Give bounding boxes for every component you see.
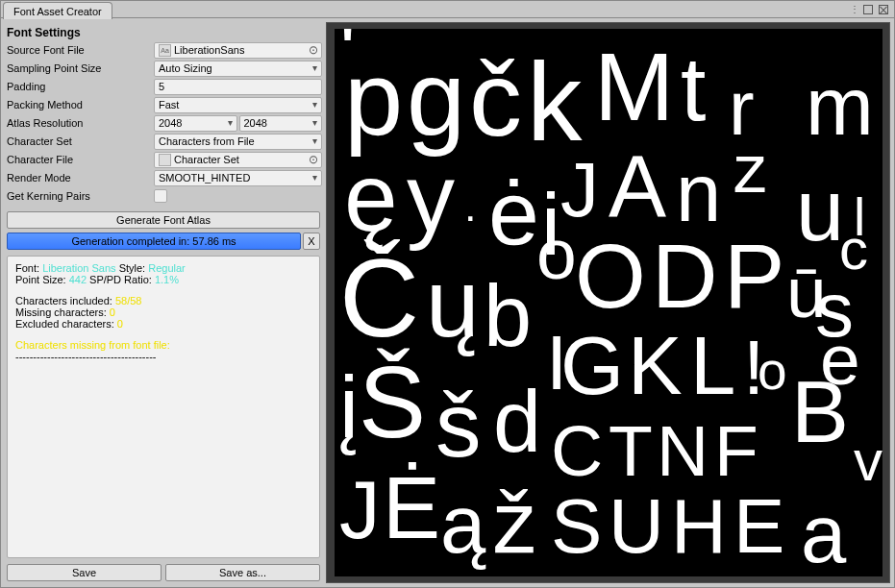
svg-text:N: N bbox=[657, 410, 709, 491]
save-as-button[interactable]: Save as... bbox=[165, 564, 320, 581]
svg-text:L: L bbox=[690, 320, 735, 411]
svg-text:y: y bbox=[407, 143, 455, 251]
packing-method-dropdown[interactable]: Fast bbox=[154, 97, 322, 113]
svg-text:B: B bbox=[791, 364, 849, 460]
character-file-value: Character Set bbox=[174, 154, 239, 165]
label-sampling-point-size: Sampling Point Size bbox=[5, 62, 154, 74]
generate-font-atlas-button[interactable]: Generate Font Atlas bbox=[7, 211, 320, 229]
label-source-font-file: Source Font File bbox=[5, 44, 154, 56]
svg-text:D: D bbox=[652, 225, 718, 327]
svg-text:b: b bbox=[484, 268, 532, 364]
svg-text:O: O bbox=[575, 225, 646, 327]
svg-text:T: T bbox=[609, 410, 653, 491]
font-asset-icon: Aa bbox=[159, 44, 171, 57]
label-padding: Padding bbox=[5, 81, 154, 92]
titlebar: Font Asset Creator ⋮ bbox=[1, 1, 894, 18]
context-menu-icon[interactable]: ⋮ bbox=[850, 4, 858, 14]
svg-text:U: U bbox=[609, 483, 664, 569]
svg-text:g: g bbox=[407, 38, 465, 157]
svg-text:M: M bbox=[594, 33, 674, 140]
svg-text:ž: ž bbox=[493, 475, 536, 571]
label-character-set: Character Set bbox=[5, 135, 154, 147]
get-kerning-checkbox[interactable] bbox=[154, 189, 167, 203]
font-atlas-preview: ' p g č k M t r m ę y . ė i J A n bbox=[326, 22, 890, 583]
svg-text:v: v bbox=[854, 429, 883, 493]
atlas-height-dropdown[interactable]: 2048 bbox=[239, 115, 323, 132]
svg-text:m: m bbox=[806, 61, 874, 152]
label-render-mode: Render Mode bbox=[5, 172, 154, 184]
svg-text:t: t bbox=[681, 37, 706, 139]
svg-text:P: P bbox=[724, 225, 784, 327]
svg-text:S: S bbox=[551, 483, 602, 569]
sampling-point-size-dropdown[interactable]: Auto Sizing bbox=[154, 61, 322, 77]
svg-text:ė: ė bbox=[488, 162, 539, 264]
svg-text:ą: ą bbox=[440, 478, 486, 570]
svg-text:J: J bbox=[339, 464, 381, 555]
svg-text:o: o bbox=[758, 341, 787, 401]
tab-font-asset-creator[interactable]: Font Asset Creator bbox=[3, 2, 112, 19]
progress-bar: Generation completed in: 57.86 ms bbox=[7, 233, 301, 250]
svg-text:p: p bbox=[344, 38, 403, 157]
svg-text:G: G bbox=[560, 320, 624, 411]
svg-text:F: F bbox=[714, 410, 758, 491]
popout-icon[interactable] bbox=[863, 5, 873, 14]
svg-text:ę: ę bbox=[344, 143, 398, 251]
svg-text:o: o bbox=[536, 213, 577, 294]
svg-text:E: E bbox=[733, 483, 784, 569]
section-title: Font Settings bbox=[5, 22, 322, 41]
svg-text:z: z bbox=[733, 132, 767, 207]
svg-text:Š: Š bbox=[359, 346, 426, 458]
label-packing-method: Packing Method bbox=[5, 99, 154, 110]
source-font-file-value: LiberationSans bbox=[174, 44, 244, 56]
padding-input[interactable]: 5 bbox=[154, 79, 322, 95]
close-icon[interactable] bbox=[879, 5, 888, 14]
cancel-generation-button[interactable]: X bbox=[303, 233, 320, 250]
svg-text:.: . bbox=[464, 182, 477, 231]
svg-text:a: a bbox=[801, 488, 847, 576]
source-font-file-field[interactable]: Aa LiberationSans bbox=[154, 42, 322, 59]
render-mode-dropdown[interactable]: SMOOTH_HINTED bbox=[154, 170, 322, 186]
svg-text:A: A bbox=[609, 138, 666, 234]
atlas-width-dropdown[interactable]: 2048 bbox=[154, 115, 237, 132]
svg-text:į: į bbox=[339, 359, 359, 455]
svg-text:ų: ų bbox=[426, 249, 480, 356]
svg-text:d: d bbox=[493, 374, 541, 470]
svg-text:š: š bbox=[435, 374, 482, 476]
character-set-dropdown[interactable]: Characters from File bbox=[154, 134, 322, 150]
text-asset-icon bbox=[159, 154, 171, 166]
svg-text:C: C bbox=[551, 410, 603, 491]
svg-text:Ė: Ė bbox=[383, 460, 440, 556]
generation-report: Font: Liberation Sans Style: Regular Poi… bbox=[7, 256, 320, 558]
svg-text:č: č bbox=[469, 38, 522, 157]
svg-text:H: H bbox=[671, 483, 727, 569]
label-character-file: Character File bbox=[5, 154, 154, 165]
svg-text:Č: Č bbox=[339, 236, 419, 359]
label-get-kerning: Get Kerning Pairs bbox=[5, 190, 154, 202]
tab-label: Font Asset Creator bbox=[13, 6, 102, 17]
label-atlas-resolution: Atlas Resolution bbox=[5, 117, 154, 129]
save-button[interactable]: Save bbox=[7, 564, 162, 581]
svg-text:k: k bbox=[527, 39, 583, 162]
svg-text:K: K bbox=[628, 320, 683, 411]
character-file-field[interactable]: Character Set bbox=[154, 152, 322, 168]
svg-text:u: u bbox=[796, 162, 844, 258]
